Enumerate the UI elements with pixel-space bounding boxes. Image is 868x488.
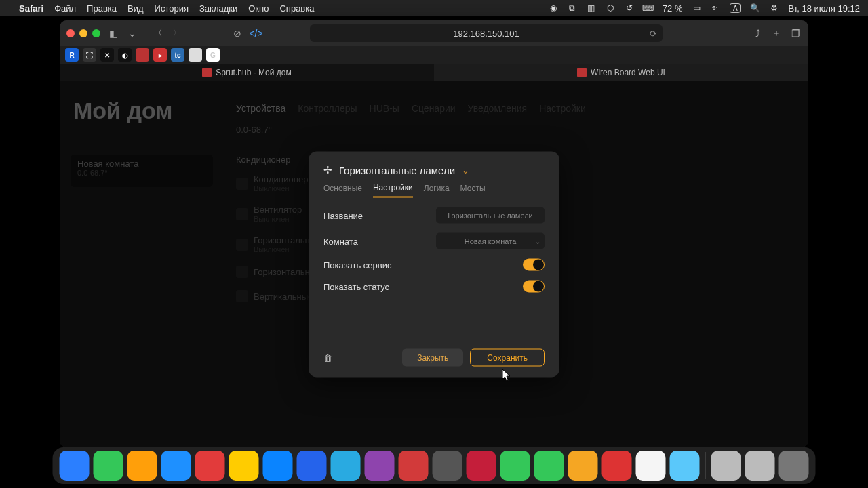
share-icon[interactable]: ⤴: [751, 27, 764, 39]
field-name-input[interactable]: [436, 207, 545, 224]
chevron-down-icon: ⌄: [535, 237, 540, 245]
menu-edit[interactable]: Правка: [87, 3, 117, 14]
nav-settings[interactable]: Настройки: [539, 103, 586, 114]
dock-app-17[interactable]: [602, 451, 632, 481]
favorite-2[interactable]: ⛶: [83, 48, 96, 62]
keyboard-battery-icon[interactable]: ⌨: [644, 3, 653, 13]
input-source-icon[interactable]: A: [730, 3, 741, 13]
menu-view[interactable]: Вид: [127, 3, 144, 14]
device-icon: [236, 239, 248, 251]
dock-app-21[interactable]: [745, 451, 775, 481]
dock-app-16[interactable]: [568, 451, 598, 481]
modal-tab-bridges[interactable]: Мосты: [460, 183, 486, 198]
screenshot-icon[interactable]: ⧉: [568, 3, 577, 13]
menubar-datetime[interactable]: Вт, 18 июля 19:12: [788, 3, 860, 14]
menu-window[interactable]: Окно: [248, 3, 269, 14]
modal-title-dropdown[interactable]: ⌄: [462, 165, 469, 175]
dock-app-4[interactable]: [161, 451, 191, 481]
reload-icon[interactable]: ⟳: [650, 28, 657, 39]
show-status-toggle[interactable]: [523, 281, 545, 293]
nav-controllers[interactable]: Контроллеры: [298, 103, 357, 114]
save-button[interactable]: Сохранить: [470, 349, 545, 367]
dock-app-7[interactable]: [263, 451, 293, 481]
device-icon: [236, 266, 248, 278]
dock-app-9[interactable]: [331, 451, 361, 481]
modal-tab-main[interactable]: Основные: [323, 183, 362, 198]
page-title: Мой дом: [73, 98, 173, 124]
field-room-value: Новая комната: [465, 237, 517, 245]
dock-app-20[interactable]: [711, 451, 741, 481]
modal-tab-logic[interactable]: Логика: [424, 183, 450, 198]
menu-bookmarks[interactable]: Закладки: [199, 3, 237, 14]
delete-button[interactable]: 🗑: [323, 352, 332, 363]
window-close-button[interactable]: [66, 29, 75, 37]
tab-group-chevron-icon[interactable]: ⌄: [126, 27, 138, 39]
close-button[interactable]: Закрыть: [402, 349, 463, 367]
dock-app-13[interactable]: [467, 451, 496, 481]
privacy-shield-icon[interactable]: ⊘: [231, 27, 243, 39]
favorite-8[interactable]: [189, 48, 202, 62]
dock-app-2[interactable]: [94, 451, 123, 481]
dev-tools-icon[interactable]: </>: [250, 27, 262, 39]
favorite-5[interactable]: [136, 48, 149, 62]
dock-app-6[interactable]: [229, 451, 259, 481]
favorite-3[interactable]: ✕: [100, 48, 114, 62]
modal-tab-settings[interactable]: Настройки: [373, 183, 413, 198]
nav-notifications[interactable]: Уведомления: [468, 103, 528, 114]
window-minimize-button[interactable]: [79, 29, 87, 37]
favorite-1[interactable]: R: [65, 48, 79, 62]
menu-help[interactable]: Справка: [279, 3, 314, 14]
nav-scenarios[interactable]: Сценарии: [412, 103, 456, 114]
show-service-toggle[interactable]: [523, 259, 545, 271]
new-tab-button[interactable]: ＋: [770, 27, 783, 39]
favorite-9[interactable]: G: [206, 48, 220, 62]
tab-overview-icon[interactable]: ❐: [789, 27, 802, 39]
menubar-app-name[interactable]: Safari: [19, 3, 43, 14]
record-icon[interactable]: ◉: [549, 3, 558, 13]
hex-icon[interactable]: ⬡: [606, 3, 615, 13]
device-state: Выключен: [254, 184, 308, 192]
field-room-select[interactable]: Новая комната ⌄: [436, 233, 545, 249]
dock-app-8[interactable]: [297, 451, 327, 481]
menu-history[interactable]: История: [155, 3, 189, 14]
address-bar[interactable]: 192.168.150.101 ⟳: [310, 24, 663, 42]
dock-app-15[interactable]: [534, 451, 564, 481]
dock-app-19[interactable]: [670, 451, 700, 481]
window-zoom-button[interactable]: [92, 29, 100, 37]
device-icon: [236, 208, 248, 220]
dock-app-14[interactable]: [500, 451, 530, 481]
tab-label-2: Wiren Board Web UI: [591, 68, 665, 77]
tab-favicon-1: [202, 68, 212, 77]
menu-file[interactable]: Файл: [54, 3, 76, 14]
stage-manager-icon[interactable]: ▥: [587, 3, 596, 13]
browser-tab-2[interactable]: Wiren Board Web UI: [434, 64, 808, 81]
dock-app-18[interactable]: [636, 451, 666, 481]
dock-app-22[interactable]: [779, 451, 809, 481]
favorite-4[interactable]: ◐: [118, 48, 132, 62]
back-button[interactable]: 〈: [152, 27, 164, 39]
battery-percent: 72 %: [663, 3, 683, 14]
dock-app-10[interactable]: [365, 451, 395, 481]
nav-devices[interactable]: Устройства: [236, 103, 285, 114]
control-center-icon[interactable]: ⚙: [769, 3, 778, 13]
room-card[interactable]: Новая комната 0.0-68.7°: [71, 155, 213, 187]
wifi-icon[interactable]: ᯤ: [711, 3, 720, 13]
device-name: Кондиционер: [254, 174, 308, 184]
clock-icon[interactable]: ↺: [625, 3, 634, 13]
field-room-label: Комната: [323, 236, 358, 246]
nav-hubs[interactable]: HUB-ы: [370, 103, 399, 114]
dock-app-3[interactable]: [127, 451, 157, 481]
sidebar-toggle-icon[interactable]: ◧: [107, 27, 119, 39]
spotlight-icon[interactable]: 🔍: [750, 3, 760, 13]
browser-tab-1[interactable]: Sprut.hub - Мой дом: [60, 64, 434, 81]
device-name: Вентилятор: [254, 205, 302, 215]
field-name-label: Название: [323, 210, 363, 220]
dock-app-5[interactable]: [195, 451, 225, 481]
favorite-6[interactable]: ▸: [153, 48, 167, 62]
mac-dock: [53, 447, 816, 484]
dock-app-1[interactable]: [60, 451, 90, 481]
dock-app-12[interactable]: [433, 451, 462, 481]
favorite-7[interactable]: tc: [171, 48, 184, 62]
battery-icon[interactable]: ▭: [692, 3, 701, 13]
dock-app-11[interactable]: [399, 451, 429, 481]
